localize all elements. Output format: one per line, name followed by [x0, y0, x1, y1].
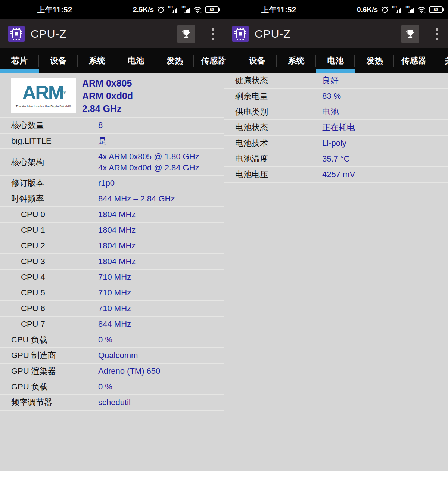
table-row: 核心数量 8: [0, 118, 224, 134]
row-label: CPU 负载: [11, 334, 47, 345]
battery-percent: 83: [433, 7, 438, 12]
dual-screenshot: 上午11:52 2.5K/s HD HD: [0, 0, 448, 471]
overflow-menu-button[interactable]: [210, 26, 216, 42]
arm-logo-tagline: The Architecture for the Digital World®: [16, 104, 71, 108]
table-row: GPU 渲染器 Adreno (TM) 650: [0, 364, 224, 379]
row-label: 修订版本: [11, 178, 44, 189]
row-value: 1804 MHz: [98, 254, 136, 269]
screen-soc: 上午11:52 2.5K/s HD HD: [0, 0, 224, 471]
trophy-icon: [405, 29, 416, 39]
status-bar: 上午11:52 2.5K/s HD HD: [0, 0, 224, 19]
row-label: 剩余电量: [235, 91, 268, 102]
row-value: 0 %: [98, 332, 112, 347]
row-label: CPU 5: [21, 288, 45, 298]
table-row: 核心架构 4x ARM 0x805 @ 1.80 GHz 4x ARM 0xd0…: [0, 149, 224, 176]
row-value: 是: [98, 134, 106, 148]
row-value: 710 MHz: [98, 270, 131, 285]
app-bar: CPU-Z: [0, 19, 224, 48]
tab[interactable]: 电池: [116, 48, 155, 73]
row-label: 健康状态: [235, 75, 268, 86]
row-value: 8: [98, 118, 103, 133]
row-label: 电池温度: [235, 153, 268, 165]
row-value: 1804 MHz: [98, 238, 136, 253]
sim1-signal-icon: HD: [168, 6, 177, 14]
sim2-signal-icon: HD: [181, 6, 190, 14]
cpuz-app-icon: [8, 26, 25, 42]
tab[interactable]: 发热: [155, 48, 194, 73]
tab[interactable]: 发热: [355, 48, 394, 73]
table-row: 时钟频率 844 MHz – 2.84 GHz: [0, 191, 224, 207]
wifi-icon: [193, 6, 202, 13]
table-row: CPU 3 1804 MHz: [0, 254, 224, 270]
benchmark-trophy-button[interactable]: [401, 25, 419, 43]
trophy-icon: [181, 29, 192, 39]
row-label: 电池电压: [235, 169, 268, 180]
battery-info-table: 健康状态 良好 剩余电量 83 %: [224, 73, 448, 183]
sim1-signal-icon: HD: [392, 6, 401, 14]
table-row: GPU 制造商 Qualcomm: [0, 348, 224, 364]
row-value: r1p0: [98, 176, 115, 191]
app-title: CPU-Z: [31, 28, 67, 40]
tab[interactable]: 传感器: [394, 48, 433, 73]
tab[interactable]: 系统: [277, 48, 316, 73]
soc-content[interactable]: ARM® The Architecture for the Digital Wo…: [0, 73, 224, 471]
table-row: CPU 1 1804 MHz: [0, 223, 224, 238]
tab[interactable]: 电池: [316, 48, 355, 73]
tab[interactable]: 芯片: [224, 48, 237, 73]
table-row: GPU 负载 0 %: [0, 379, 224, 395]
row-label: CPU 1: [21, 225, 45, 235]
network-speed-label: 0.6K/s: [357, 6, 378, 14]
row-label: 核心架构: [11, 157, 44, 168]
battery-content[interactable]: 健康状态 良好 剩余电量 83 %: [224, 73, 448, 471]
row-label: 核心数量: [11, 120, 44, 131]
row-label: 供电类别: [235, 106, 268, 118]
table-row: 电池温度 35.7 °C: [224, 151, 448, 167]
row-label: CPU 2: [21, 241, 45, 251]
battery-percent: 83: [209, 7, 214, 12]
chip-title-lines: ARM 0x805 ARM 0xd0d 2.84 GHz: [82, 77, 133, 115]
table-row: CPU 2 1804 MHz: [0, 238, 224, 254]
row-label: CPU 3: [21, 257, 45, 266]
tab[interactable]: 芯片: [0, 48, 39, 73]
table-row: 电池技术 Li-poly: [224, 136, 448, 151]
app-title: CPU-Z: [255, 28, 291, 40]
row-label: CPU 4: [21, 272, 45, 282]
benchmark-trophy-button[interactable]: [177, 25, 195, 43]
table-row: big.LITTLE 是: [0, 134, 224, 149]
overflow-menu-button[interactable]: [434, 26, 440, 42]
tab[interactable]: 设备: [39, 48, 78, 73]
row-value: 710 MHz: [98, 301, 131, 316]
chip-model-line: ARM 0x805: [82, 77, 133, 90]
row-label: 电池状态: [235, 122, 268, 133]
row-value: schedutil: [98, 395, 131, 410]
table-row: 供电类别 电池: [224, 104, 448, 120]
table-row: 电池电压 4257 mV: [224, 167, 448, 183]
row-value: 844 MHz – 2.84 GHz: [98, 191, 175, 206]
clock-label: 上午11:52: [37, 5, 72, 15]
row-value: 良好: [322, 73, 339, 88]
alarm-clock-icon: [157, 6, 165, 13]
row-value: Adreno (TM) 650: [98, 364, 160, 379]
soc-info-table: 核心数量 8 big.LITTLE 是: [0, 118, 224, 411]
table-row: CPU 5 710 MHz: [0, 285, 224, 301]
tab-bar: 芯片 设备 系统 电池 发热 传感器: [224, 48, 448, 73]
table-row: CPU 6 710 MHz: [0, 301, 224, 317]
alarm-clock-icon: [381, 6, 389, 13]
row-value: 710 MHz: [98, 285, 131, 300]
tab[interactable]: 传感器: [194, 48, 224, 73]
tab[interactable]: 设备: [237, 48, 277, 73]
table-row: CPU 0 1804 MHz: [0, 207, 224, 223]
row-label: CPU 6: [21, 304, 45, 313]
table-row: CPU 负载 0 %: [0, 332, 224, 348]
table-row: 电池状态 正在耗电: [224, 120, 448, 136]
battery-icon: 83: [429, 6, 443, 13]
row-value: 844 MHz: [98, 317, 131, 332]
tab[interactable]: 系统: [78, 48, 116, 73]
row-label: 时钟频率: [11, 193, 44, 204]
sim2-signal-icon: HD: [405, 6, 414, 14]
table-row: CPU 4 710 MHz: [0, 270, 224, 285]
row-value: 正在耗电: [322, 120, 355, 135]
tab[interactable]: 关于: [433, 48, 448, 73]
status-bar: 上午11:52 0.6K/s HD HD: [224, 0, 448, 19]
row-label: 频率调节器: [11, 397, 52, 408]
